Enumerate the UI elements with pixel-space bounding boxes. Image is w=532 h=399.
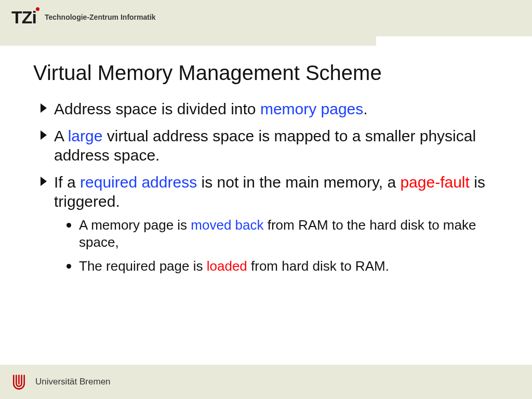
text-segment: page-fault xyxy=(400,174,469,191)
bullet-item: If a required address is not in the main… xyxy=(41,172,490,275)
bullet-list: Address space is divided into memory pag… xyxy=(41,99,490,275)
text-segment: is not in the main memory, a xyxy=(197,174,400,191)
text-segment: large xyxy=(68,127,103,144)
sub-bullet-list: A memory page is moved back from RAM to … xyxy=(66,217,490,275)
text-segment: . xyxy=(363,100,367,117)
text-segment: from hard disk to RAM. xyxy=(247,258,389,274)
text-segment: virtual address space is mapped to a sma… xyxy=(54,127,476,164)
footer-band: Universität Bremen xyxy=(0,365,532,399)
text-segment: The required page is xyxy=(79,258,207,274)
slide-title: Virtual Memory Management Scheme xyxy=(33,61,532,85)
sub-bullet-item: The required page is loaded from hard di… xyxy=(66,258,490,275)
text-segment: memory pages xyxy=(260,100,363,117)
tzi-dot-icon xyxy=(36,7,39,11)
header-notch xyxy=(376,36,532,46)
bullet-item: A large virtual address space is mapped … xyxy=(41,126,490,165)
text-segment: moved back xyxy=(191,217,263,233)
text-segment: If a xyxy=(54,174,80,191)
slide-content: Address space is divided into memory pag… xyxy=(41,99,490,275)
text-segment: A xyxy=(54,127,68,144)
tzi-block: TZi Technologie-Zentrum Informatik xyxy=(11,8,156,26)
bullet-item: Address space is divided into memory pag… xyxy=(41,99,490,119)
tzi-logo: TZi xyxy=(11,8,36,26)
university-logo-icon xyxy=(11,373,29,391)
university-name: Universität Bremen xyxy=(35,377,111,387)
text-segment: A memory page is xyxy=(79,217,191,233)
text-segment: Address space is divided into xyxy=(54,100,260,117)
sub-bullet-item: A memory page is moved back from RAM to … xyxy=(66,217,490,252)
tzi-logo-text: TZi xyxy=(11,7,36,27)
text-segment: required address xyxy=(80,174,197,191)
tzi-org-text: Technologie-Zentrum Informatik xyxy=(45,13,156,21)
text-segment: loaded xyxy=(207,258,247,274)
header-band: TZi Technologie-Zentrum Informatik xyxy=(0,0,532,46)
